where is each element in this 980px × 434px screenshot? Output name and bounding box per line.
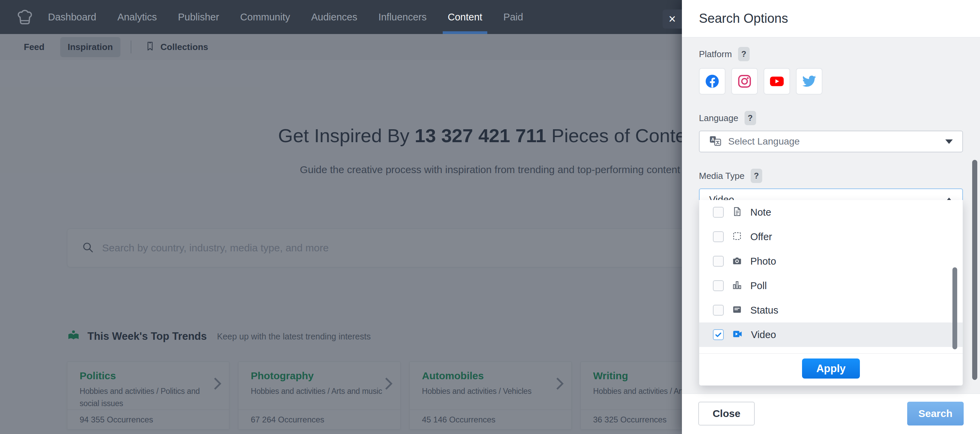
media-type-label: Media Type ? <box>699 169 963 183</box>
instagram-icon <box>737 74 752 89</box>
photo-icon <box>732 256 742 267</box>
search-options-panel: × Search Options Platform ? <box>682 0 980 434</box>
platform-youtube-button[interactable] <box>764 68 790 95</box>
dropdown-option-photo[interactable]: Photo <box>699 249 963 273</box>
twitter-icon <box>802 74 817 89</box>
offer-icon <box>732 231 742 243</box>
nav-item-influencers[interactable]: Influencers <box>368 0 437 34</box>
nav-item-paid[interactable]: Paid <box>493 0 533 34</box>
language-select-value: Select Language <box>728 136 800 147</box>
media-type-dropdown: Note Offer Photo <box>699 200 963 386</box>
platform-twitter-button[interactable] <box>796 68 822 95</box>
platform-label: Platform ? <box>699 47 963 61</box>
media-type-label-text: Media Type <box>699 171 745 181</box>
chef-hat-logo-icon[interactable] <box>15 7 35 27</box>
nav-menu: Dashboard Analytics Publisher Community … <box>37 0 533 34</box>
nav-item-analytics[interactable]: Analytics <box>107 0 167 34</box>
poll-icon <box>732 280 742 291</box>
dropdown-scrollbar-thumb[interactable] <box>953 267 957 349</box>
language-select[interactable]: A Select Language <box>699 130 963 153</box>
checkbox[interactable] <box>713 280 724 291</box>
svg-text:A: A <box>711 137 714 142</box>
dropdown-option-poll[interactable]: Poll <box>699 273 963 298</box>
panel-title: Search Options <box>699 11 788 26</box>
nav-item-publisher[interactable]: Publisher <box>167 0 230 34</box>
platform-instagram-button[interactable] <box>731 68 758 95</box>
language-help-icon[interactable]: ? <box>745 111 756 125</box>
close-panel-button[interactable]: × <box>662 10 682 29</box>
panel-header: Search Options <box>682 0 980 37</box>
language-label-text: Language <box>699 113 738 124</box>
platform-facebook-button[interactable] <box>699 68 725 95</box>
translate-icon: A <box>709 135 721 148</box>
nav-item-audiences[interactable]: Audiences <box>301 0 368 34</box>
language-label: Language ? <box>699 111 963 125</box>
checkbox[interactable] <box>713 256 724 267</box>
dropdown-option-label: Note <box>750 207 771 218</box>
caret-down-icon <box>945 140 953 144</box>
dropdown-option-label: Video <box>751 329 776 340</box>
checkbox[interactable] <box>713 231 724 242</box>
modal-backdrop[interactable] <box>0 34 682 434</box>
dropdown-option-offer[interactable]: Offer <box>699 224 963 249</box>
checkbox-checked[interactable] <box>713 329 724 340</box>
facebook-icon <box>705 74 720 89</box>
page-scrollbar-thumb[interactable] <box>972 160 977 380</box>
platform-options <box>699 68 963 95</box>
dropdown-option-label: Photo <box>750 256 776 267</box>
dropdown-option-note[interactable]: Note <box>699 200 963 224</box>
nav-item-content[interactable]: Content <box>437 0 493 34</box>
dropdown-option-label: Status <box>750 305 778 316</box>
nav-item-community[interactable]: Community <box>230 0 301 34</box>
app-root: Dashboard Analytics Publisher Community … <box>0 0 980 434</box>
search-button[interactable]: Search <box>907 402 964 426</box>
close-button[interactable]: Close <box>698 402 755 426</box>
checkbox[interactable] <box>713 305 724 316</box>
video-icon <box>732 329 743 341</box>
note-icon <box>732 207 742 218</box>
checkbox[interactable] <box>713 207 724 218</box>
nav-item-dashboard[interactable]: Dashboard <box>37 0 107 34</box>
platform-label-text: Platform <box>699 49 732 59</box>
platform-help-icon[interactable]: ? <box>738 47 749 61</box>
apply-button[interactable]: Apply <box>802 358 860 378</box>
status-icon <box>732 304 742 316</box>
dropdown-option-label: Offer <box>750 231 772 243</box>
dropdown-option-video[interactable]: Video <box>699 323 963 347</box>
check-icon <box>714 331 722 339</box>
dropdown-option-status[interactable]: Status <box>699 298 963 323</box>
dropdown-option-label: Poll <box>750 280 767 291</box>
youtube-icon <box>769 73 785 89</box>
panel-footer: Close Search <box>682 394 980 434</box>
media-type-help-icon[interactable]: ? <box>751 169 762 183</box>
popup-divider <box>699 353 963 354</box>
